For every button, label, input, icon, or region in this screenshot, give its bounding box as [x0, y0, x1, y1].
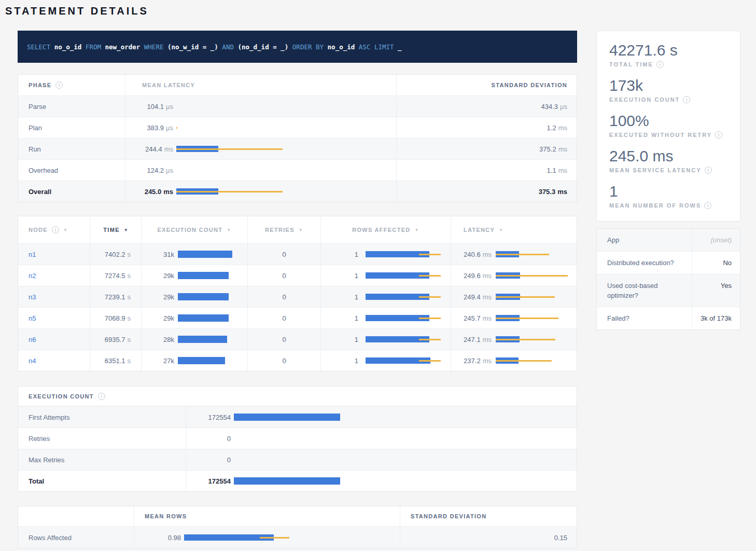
retries-column-header[interactable]: RETRIES ▼	[247, 216, 320, 243]
rows-std-dev-value: 0.15	[554, 534, 567, 542]
phase-label: Plan	[29, 124, 42, 132]
sort-arrow-icon: ▼	[227, 228, 231, 232]
time-column-header[interactable]: TIME ▼	[90, 216, 141, 243]
sql-token: (no_d_id = _)	[237, 43, 288, 51]
rows-affected-row: Rows Affected 0.98 0.15	[18, 526, 577, 548]
node-table-row: n6 6935.7s 28k 0 1 247.1ms	[18, 328, 577, 350]
phase-table-row: Overhead 124.2µs 1.1ms	[18, 159, 577, 181]
sort-arrow-icon: ▼	[499, 228, 503, 232]
std-dev-line	[260, 537, 289, 539]
rows-affected-value: 1	[340, 293, 358, 301]
node-link[interactable]: n3	[29, 293, 36, 301]
phase-table-row: Overall 245.0ms 375.3ms	[18, 181, 577, 202]
sql-token: ORDER BY	[292, 43, 324, 51]
mean-bar	[178, 251, 232, 258]
phase-header-label: PHASE	[29, 82, 51, 88]
info-icon[interactable]: i	[55, 81, 63, 89]
std-dev-line	[176, 191, 283, 192]
bar-chart	[496, 314, 568, 322]
time-header-label: TIME	[103, 227, 119, 233]
latency-value: 249.4ms	[454, 293, 492, 301]
execution-count-value: 29k	[152, 314, 174, 322]
latency-value: 247.1ms	[454, 336, 492, 343]
summary-stats-card: 42271.6 s TOTAL TIMEi 173k EXECUTION COU…	[596, 31, 740, 222]
node-link[interactable]: n6	[29, 336, 36, 343]
std-dev-line	[419, 318, 441, 319]
node-link[interactable]: n5	[29, 314, 36, 322]
execution-count-row-label: Max Retries	[29, 456, 64, 464]
summary-stat-label: TOTAL TIMEi	[609, 61, 740, 68]
phase-latency-table: PHASE i MEAN LATENCY STANDARD DEVIATION …	[18, 74, 577, 202]
node-table-row: n2 7274.5s 29k 0 1 249.6ms	[18, 265, 577, 286]
main-layout: SELECT no_o_id FROM new_order WHERE (no_…	[18, 31, 756, 548]
bar-chart	[178, 251, 232, 258]
summary-stat: 245.0 ms MEAN SERVICE LATENCYi	[609, 147, 740, 174]
summary-stat-value: 1	[609, 183, 740, 200]
statement-detail-main: SELECT no_o_id FROM new_order WHERE (no_…	[18, 31, 577, 548]
info-icon[interactable]: i	[98, 393, 105, 400]
info-icon[interactable]: i	[704, 202, 711, 209]
attribute-label: Distributed execution?	[597, 252, 692, 274]
mean-bar	[178, 272, 229, 279]
execution-count-title: EXECUTION COUNT	[29, 393, 94, 400]
sql-token: new_order	[105, 43, 141, 51]
sort-arrow-icon: ▼	[415, 228, 419, 232]
attribute-row: Used cost-based optimizer? Yes	[597, 274, 740, 307]
retries-value: 0	[282, 357, 286, 365]
bar-chart	[176, 145, 283, 153]
bar-chart	[366, 272, 441, 279]
mean-bar	[234, 477, 340, 485]
phase-table-header: PHASE i MEAN LATENCY STANDARD DEVIATION	[18, 75, 577, 95]
execution-count-row-label: First Attempts	[29, 414, 69, 421]
node-table-row: n1 7402.2s 31k 0 1 240.6ms	[18, 243, 577, 265]
retries-value: 0	[282, 314, 286, 322]
info-icon[interactable]: i	[715, 131, 722, 139]
rows-affected-table-header: MEAN ROWS STANDARD DEVIATION	[18, 506, 577, 526]
execution-count-row-label: Retries	[29, 435, 50, 443]
execution-count-column-header[interactable]: EXECUTION COUNT ▼	[141, 216, 247, 243]
info-icon[interactable]: i	[656, 61, 664, 68]
sql-token: AND	[222, 43, 234, 51]
phase-table-row: Parse 104.1µs 434.3µs	[18, 95, 577, 117]
phase-table-row: Plan 383.9µs 1.2ms	[18, 117, 577, 138]
node-table-row: n3 7239.1s 29k 0 1 249.4ms	[18, 286, 577, 307]
phase-label: Parse	[29, 103, 46, 111]
node-link[interactable]: n1	[29, 251, 36, 258]
mean-latency-column-header: MEAN LATENCY	[125, 75, 396, 95]
phase-table-row: Run 244.4ms 375.2ms	[18, 138, 577, 159]
node-link[interactable]: n4	[29, 357, 36, 365]
time-value: 7402.2s	[105, 251, 131, 258]
rows-affected-column-header[interactable]: ROWS AFFECTED ▼	[320, 216, 451, 243]
std-dev-value: 375.3ms	[539, 188, 567, 196]
sql-token: ASC LIMIT	[359, 43, 394, 51]
time-value: 6351.1s	[105, 357, 131, 365]
std-dev-value: 1.1ms	[547, 167, 567, 174]
bar-chart	[184, 534, 289, 541]
node-link[interactable]: n2	[29, 272, 36, 280]
retries-value: 0	[282, 293, 286, 301]
std-dev-column-header: STANDARD DEVIATION	[400, 506, 578, 526]
latency-column-header[interactable]: LATENCY ▼	[451, 216, 578, 243]
std-dev-header-label: STANDARD DEVIATION	[411, 513, 486, 519]
execution-count-row: Total 172554	[18, 470, 577, 491]
bar-chart	[234, 435, 340, 442]
execution-count-value: 31k	[152, 251, 174, 258]
info-icon[interactable]: i	[683, 96, 690, 103]
bar-chart	[234, 414, 340, 421]
bar-chart	[366, 293, 441, 300]
info-icon[interactable]: i	[705, 167, 712, 174]
statement-attributes-table: App (unset) Distributed execution? No Us…	[596, 228, 740, 330]
std-dev-line	[496, 339, 555, 340]
node-column-header[interactable]: NODE i ▼	[18, 216, 90, 243]
time-value: 7068.9s	[105, 314, 131, 322]
bar-chart	[366, 357, 441, 364]
summary-stat: 1 MEAN NUMBER OF ROWSi	[609, 183, 740, 209]
std-dev-line	[419, 254, 441, 255]
phase-label: Run	[29, 145, 41, 153]
latency-value: 249.6ms	[454, 272, 492, 280]
info-icon[interactable]: i	[52, 226, 59, 233]
rows-affected-value: 1	[340, 314, 358, 322]
sql-statement-text: SELECT no_o_id FROM new_order WHERE (no_…	[27, 43, 402, 51]
std-dev-header-label: STANDARD DEVIATION	[492, 82, 567, 88]
bar-chart	[366, 251, 441, 258]
